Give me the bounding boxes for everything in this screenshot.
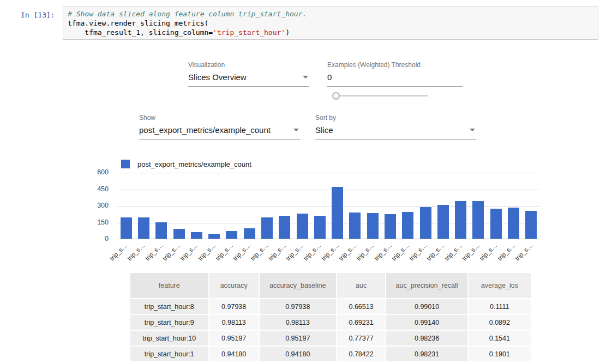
legend-label: post_export_metrics/example_count [137, 160, 251, 168]
code-string-literal: 'trip_start_hour' [213, 28, 285, 37]
table-cell: 0.94180 [209, 347, 259, 361]
table-row: trip_start_hour:80.979380.979380.665130.… [130, 299, 531, 314]
threshold-slider-handle[interactable] [332, 92, 340, 100]
table-cell: 0.95197 [209, 331, 259, 345]
bar-3[interactable] [173, 229, 185, 239]
column-header-feature[interactable]: feature [130, 273, 208, 298]
table-cell: trip_start_hour:10 [130, 331, 208, 345]
table-cell: 0.99140 [386, 315, 467, 330]
table-cell: 0.66513 [337, 299, 386, 314]
bar-23[interactable] [525, 211, 537, 239]
show-label: Show [139, 114, 300, 123]
table-cell: 0.98113 [209, 315, 259, 330]
table-cell: 0.1541 [469, 331, 531, 345]
table-cell: 0.0892 [469, 315, 531, 330]
bar-21[interactable] [490, 209, 502, 239]
table-cell: 0.99010 [386, 299, 467, 314]
visualization-value-text: Slices Overview [188, 72, 247, 82]
bar-1[interactable] [138, 217, 149, 239]
table-cell: 0.97938 [209, 299, 259, 314]
code-comment: # Show data sliced along feature column … [68, 10, 307, 18]
table-cell: 0.1901 [469, 347, 531, 361]
table-cell: trip_start_hour:1 [130, 347, 208, 361]
table-cell: 0.95197 [260, 331, 336, 345]
table-cell: trip_start_hour:8 [130, 299, 208, 314]
bar-17[interactable] [420, 207, 431, 239]
bar-11[interactable] [314, 216, 326, 239]
column-header-auc_precision_recall[interactable]: auc_precision_recall [386, 273, 467, 298]
bar-19[interactable] [455, 201, 466, 239]
table-cell: 0.97938 [260, 299, 336, 314]
chevron-down-icon [470, 129, 475, 131]
threshold-label: Examples (Weighted) Threshold [327, 61, 463, 70]
show-metric-dropdown[interactable]: Show post_export_metrics/example_count [139, 114, 300, 139]
bar-12[interactable] [332, 187, 343, 239]
table-cell: trip_start_hour:9 [130, 315, 208, 330]
bar-10[interactable] [297, 214, 308, 239]
sort-by-dropdown[interactable]: Sort by Slice [315, 114, 476, 139]
y-tick-label: 150 [97, 219, 109, 226]
bar-13[interactable] [349, 213, 361, 239]
bar-22[interactable] [508, 208, 519, 239]
bar-20[interactable] [472, 201, 484, 239]
bar-16[interactable] [402, 212, 413, 239]
column-header-accuracy_baseline[interactable]: accuracy_baseline [260, 273, 336, 298]
table-cell: 0.78422 [337, 347, 386, 361]
legend-swatch [121, 160, 130, 168]
bar-14[interactable] [367, 213, 379, 239]
table-cell: 0.1111 [469, 299, 531, 314]
table-cell: 0.98236 [386, 331, 467, 345]
bar-4[interactable] [191, 232, 202, 239]
show-selected-value: post_export_metrics/example_count [139, 124, 300, 139]
x-tick-label: trip_s… [93, 242, 129, 277]
table-cell: 0.69231 [337, 315, 386, 330]
threshold-value: 0 [327, 71, 463, 87]
chart-baseline [117, 239, 540, 239]
code-line-2: tfma.view.render_slicing_metrics( [68, 19, 208, 27]
bar-15[interactable] [385, 214, 396, 239]
sort-by-value-text: Slice [315, 125, 333, 135]
table-cell: 0.94180 [260, 347, 336, 361]
chevron-down-icon [303, 76, 308, 78]
bar-7[interactable] [244, 228, 255, 239]
metrics-table-container: featureaccuracyaccuracy_baselineaucauc_p… [129, 272, 532, 364]
sort-by-label: Sort by [315, 114, 476, 123]
chart-plot-area [117, 173, 540, 239]
bar-9[interactable] [279, 216, 290, 239]
bar-6[interactable] [226, 231, 237, 239]
column-header-average_los[interactable]: average_los [469, 273, 531, 298]
chart-y-axis: 0150300450600 [82, 173, 113, 239]
code-close-paren: ) [285, 28, 290, 37]
threshold-value-text: 0 [327, 72, 332, 82]
sort-by-selected-value: Slice [315, 124, 476, 139]
table-row: trip_start_hour:90.981130.981130.692310.… [130, 315, 531, 330]
table-cell: 0.77377 [337, 331, 386, 345]
visualization-label: Visualization [188, 61, 309, 70]
table-header-row: featureaccuracyaccuracy_baselineaucauc_p… [130, 273, 531, 298]
bar-18[interactable] [437, 205, 449, 239]
table-row: trip_start_hour:100.951970.951970.773770… [130, 331, 531, 345]
code-cell[interactable]: # Show data sliced along feature column … [63, 7, 598, 40]
bar-5[interactable] [208, 234, 220, 239]
bar-8[interactable] [261, 217, 273, 239]
y-tick-label: 450 [97, 185, 109, 193]
column-header-accuracy[interactable]: accuracy [209, 273, 259, 298]
y-tick-label: 0 [105, 235, 109, 242]
column-header-auc[interactable]: auc [337, 273, 386, 298]
visualization-dropdown[interactable]: Visualization Slices Overview [188, 61, 309, 87]
metrics-table: featureaccuracyaccuracy_baselineaucauc_p… [129, 272, 532, 362]
chevron-down-icon [293, 129, 299, 131]
table-cell: 0.98231 [386, 347, 467, 361]
chart-gridline [117, 190, 540, 190]
bar-2[interactable] [155, 222, 167, 239]
show-value-text: post_export_metrics/example_count [139, 125, 271, 135]
code-line-3: tfma_result_1, slicing_column= [68, 28, 213, 37]
cell-prompt: In [13]: [21, 11, 55, 19]
threshold-slider-track[interactable] [333, 95, 428, 96]
table-row: trip_start_hour:10.941800.941800.784220.… [130, 347, 531, 361]
visualization-selected-value: Slices Overview [188, 71, 309, 87]
threshold-input[interactable]: Examples (Weighted) Threshold 0 [327, 61, 463, 87]
chart-gridline [117, 173, 540, 173]
table-cell: 0.98113 [260, 315, 336, 330]
bar-0[interactable] [121, 217, 132, 239]
